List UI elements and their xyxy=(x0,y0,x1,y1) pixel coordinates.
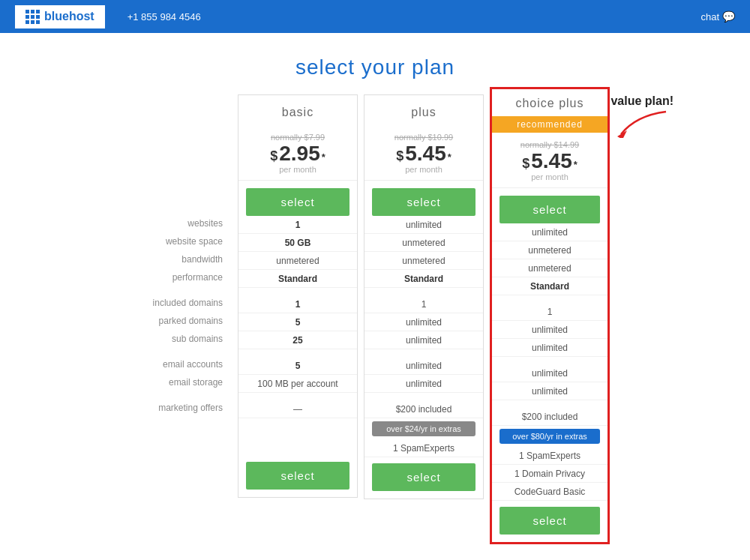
plan-basic-features: 1 50 GB unmetered Standard 1 5 25 5 100 … xyxy=(238,216,357,456)
feature-labels: websites website space bandwidth perform… xyxy=(137,214,235,417)
plan-basic-select-bottom[interactable]: select xyxy=(246,462,350,490)
plan-basic-feat-1: 50 GB xyxy=(238,234,357,252)
plan-cp-extra-1: 1 Domain Privacy xyxy=(492,465,608,483)
plan-choice-plus-price: $5.45* xyxy=(492,149,608,173)
plan-cp-feat-1: unmetered xyxy=(492,241,608,259)
label-website-space: website space xyxy=(137,232,226,250)
plan-plus-feat-1: unmetered xyxy=(364,234,483,252)
plan-plus-feat-7: unlimited xyxy=(364,357,483,375)
plan-basic-feat-5: 5 xyxy=(238,313,357,331)
plan-plus-select-top[interactable]: select xyxy=(372,188,476,216)
plan-cp-extra-2: CodeGuard Basic xyxy=(492,483,608,501)
plan-cp-feat-5: unlimited xyxy=(492,321,608,339)
plans-container: websites website space bandwidth perform… xyxy=(15,94,735,544)
plan-basic-price: $2.95* xyxy=(238,142,357,166)
plan-plus: plus normally $10.99 $5.45* per month se… xyxy=(364,94,484,499)
plan-cp-feat-2: unmetered xyxy=(492,259,608,277)
plan-plus-feat-6: unlimited xyxy=(364,331,483,349)
label-email-accounts: email accounts xyxy=(137,355,226,373)
plan-plus-price: $5.45* xyxy=(364,142,483,166)
plan-plus-extras-badge: over $24/yr in extras xyxy=(372,421,476,436)
plan-basic-normally: normally $7.99 xyxy=(238,133,357,142)
logo[interactable]: bluehost xyxy=(15,5,105,28)
plan-cp-feat-0: unlimited xyxy=(492,223,608,241)
plan-choice-plus-price-area: normally $14.99 $5.45* per month xyxy=(492,133,608,188)
plan-basic-select-top[interactable]: select xyxy=(246,188,350,216)
plan-basic-feat-6: 25 xyxy=(238,331,357,349)
plan-cp-feat-6: unlimited xyxy=(492,339,608,357)
recommended-badge: recommended xyxy=(492,116,608,133)
plan-basic-name: basic xyxy=(238,95,357,125)
plan-plus-feat-3: Standard xyxy=(364,270,483,288)
logo-text: bluehost xyxy=(44,10,94,23)
chat-label: chat xyxy=(700,11,719,22)
label-email-storage: email storage xyxy=(137,373,226,391)
plan-plus-feat-8: unlimited xyxy=(364,375,483,393)
page-content: select your plan Best value plan! websit… xyxy=(0,33,750,560)
plan-basic-price-area: normally $7.99 $2.95* per month xyxy=(238,125,357,181)
plan-basic-feat-3: Standard xyxy=(238,270,357,288)
plan-plus-extra-0: 1 SpamExperts xyxy=(364,439,483,457)
plan-choice-plus-select-top[interactable]: select xyxy=(500,196,600,223)
plan-plus-feat-2: unmetered xyxy=(364,252,483,270)
logo-grid-icon xyxy=(26,10,40,24)
page-title: select your plan xyxy=(15,55,735,79)
plan-basic-feat-2: unmetered xyxy=(238,252,357,270)
label-bandwidth: bandwidth xyxy=(137,250,226,268)
plan-basic-per: per month xyxy=(238,166,357,174)
chat-link[interactable]: chat 💬 xyxy=(700,10,735,22)
plan-plus-price-area: normally $10.99 $5.45* per month xyxy=(364,125,483,181)
label-marketing-offers: marketing offers xyxy=(137,399,226,417)
plan-choice-plus-select-bottom[interactable]: select xyxy=(500,507,600,535)
chat-icon: 💬 xyxy=(722,10,735,22)
plan-cp-extra-0: 1 SpamExperts xyxy=(492,447,608,465)
plan-choice-plus: choice plus recommended normally $14.99 … xyxy=(490,87,610,544)
label-performance: performance xyxy=(137,268,226,286)
label-included-domains: included domains xyxy=(137,294,226,312)
header: bluehost +1 855 984 4546 chat 💬 xyxy=(0,0,750,33)
plan-choice-plus-normally: normally $14.99 xyxy=(492,140,608,149)
plan-plus-name: plus xyxy=(364,95,483,125)
plan-plus-features: unlimited unmetered unmetered Standard 1… xyxy=(364,216,483,457)
plan-cp-feat-4: 1 xyxy=(492,303,608,321)
plan-basic: basic normally $7.99 $2.95* per month se… xyxy=(238,94,358,498)
label-websites: websites xyxy=(137,214,226,232)
plan-choice-plus-per: per month xyxy=(492,173,608,181)
plan-cp-feat-7: unlimited xyxy=(492,364,608,382)
plan-plus-normally: normally $10.99 xyxy=(364,133,483,142)
phone-number[interactable]: +1 855 984 4546 xyxy=(128,11,201,22)
plan-plus-per: per month xyxy=(364,166,483,174)
plan-choice-plus-features: unlimited unmetered unmetered Standard 1… xyxy=(492,223,608,501)
plan-cp-feat-9: $200 included xyxy=(492,408,608,426)
plan-basic-feat-4: 1 xyxy=(238,295,357,313)
plan-plus-select-bottom[interactable]: select xyxy=(372,463,476,491)
plan-plus-feat-5: unlimited xyxy=(364,313,483,331)
plan-basic-feat-8: 100 MB per account xyxy=(238,375,357,393)
plan-cp-extras-badge: over $80/yr in extras xyxy=(500,429,600,444)
plan-cp-feat-8: unlimited xyxy=(492,382,608,400)
plan-plus-feat-4: 1 xyxy=(364,295,483,313)
plan-plus-feat-9: $200 included xyxy=(364,400,483,418)
plan-cp-feat-3: Standard xyxy=(492,277,608,295)
label-sub-domains: sub domains xyxy=(137,330,226,348)
plan-choice-plus-name: choice plus xyxy=(492,89,608,116)
plan-basic-feat-7: 5 xyxy=(238,357,357,375)
plan-basic-feat-0: 1 xyxy=(238,216,357,234)
plan-plus-feat-0: unlimited xyxy=(364,216,483,234)
label-parked-domains: parked domains xyxy=(137,312,226,330)
plan-basic-feat-9: — xyxy=(238,400,357,418)
